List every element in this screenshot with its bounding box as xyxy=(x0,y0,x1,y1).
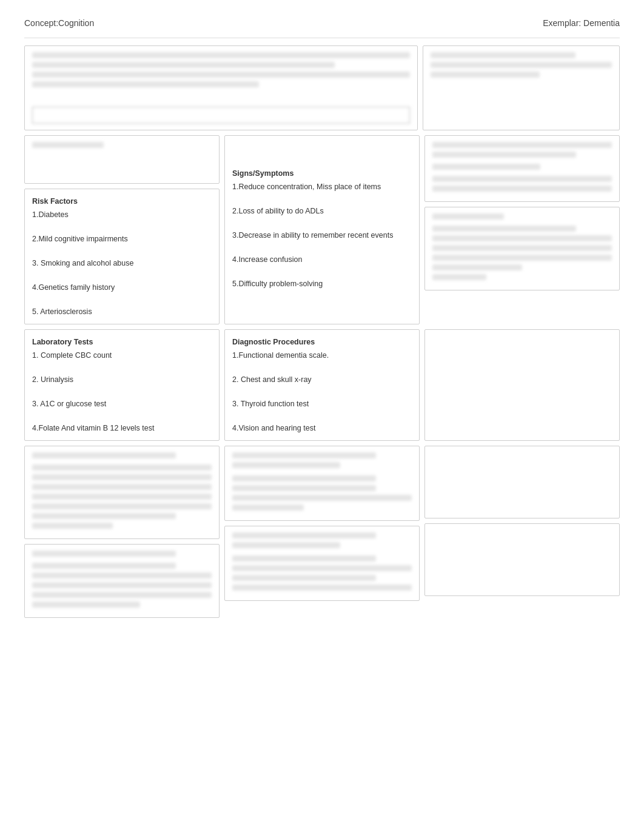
right-lower-blurred xyxy=(424,207,620,290)
blurred-line xyxy=(32,494,212,500)
blurred-line xyxy=(32,582,212,588)
signs-symptoms-cell: Signs/Symptoms 1.Reduce concentration, M… xyxy=(224,135,420,324)
top-right-cell xyxy=(423,45,620,130)
risk-factor-item-5: 5. Arteriosclerosis xyxy=(32,306,212,318)
lab-tests-title: Laboratory Tests xyxy=(32,336,212,348)
blurred-line xyxy=(32,572,212,578)
blurred-line xyxy=(32,523,113,529)
signs-item-2: 2.Loss of ability to do ADLs xyxy=(232,205,412,217)
blurred-line xyxy=(432,226,576,232)
bottom-col1-upper xyxy=(24,446,220,539)
blurred-line xyxy=(431,72,539,78)
blurred-line xyxy=(432,176,612,182)
blurred-line xyxy=(432,152,576,158)
blurred-line xyxy=(432,235,612,241)
lab-item-1: 1. Complete CBC count xyxy=(32,349,212,361)
blurred-line xyxy=(32,513,176,519)
right-empty-cell-1 xyxy=(424,329,620,441)
top-row xyxy=(24,45,620,130)
blurred-line xyxy=(431,62,612,68)
blurred-line xyxy=(432,164,540,170)
bottom-col3-upper xyxy=(424,446,620,518)
signs-item-1: 1.Reduce concentration, Miss place of it… xyxy=(232,181,412,193)
bottom-col1-lower xyxy=(24,544,220,618)
diagnostic-procedures-cell: Diagnostic Procedures 1.Functional demen… xyxy=(224,329,420,441)
lab-item-3: 3. A1C or glucose test xyxy=(32,398,212,410)
blurred-line xyxy=(232,575,376,581)
blurred-line xyxy=(32,62,335,68)
blurred-line xyxy=(32,484,212,490)
blurred-line xyxy=(432,274,486,280)
blurred-line xyxy=(232,542,340,548)
signs-item-4: 4.Increase confusion xyxy=(232,253,412,266)
blurred-line xyxy=(32,142,104,148)
lab-item-4: 4.Folate And vitamin B 12 levels test xyxy=(32,422,212,434)
blurred-line xyxy=(32,474,212,480)
blurred-line xyxy=(232,495,412,501)
section-label-cell-1 xyxy=(24,135,220,184)
blurred-line xyxy=(232,532,376,538)
diag-item-2: 2. Chest and skull x-ray xyxy=(232,374,412,386)
signs-item-3: 3.Decrease in ability to remember recent… xyxy=(232,229,412,241)
lab-item-2: 2. Urinalysis xyxy=(32,374,212,386)
blurred-line xyxy=(232,462,340,468)
risk-factors-cell: Risk Factors 1.Diabetes 2.Mild cognitive… xyxy=(24,189,220,324)
right-upper-blurred xyxy=(424,135,620,202)
blurred-line xyxy=(432,142,612,148)
blurred-line xyxy=(232,505,304,511)
blurred-line xyxy=(32,592,212,598)
blurred-line xyxy=(32,602,140,608)
blurred-line xyxy=(32,551,176,557)
blurred-line xyxy=(232,485,376,491)
blurred-line xyxy=(32,452,176,458)
blurred-line xyxy=(432,213,504,220)
blurred-line xyxy=(32,52,410,58)
page-header: Concept:Cognition Exemplar: Dementia xyxy=(24,12,620,38)
risk-factors-title: Risk Factors xyxy=(32,195,212,207)
bottom-col3-lower xyxy=(424,523,620,596)
risk-factor-item-2: 2.Mild cognitive impairments xyxy=(32,233,212,245)
diag-item-1: 1.Functional dementia scale. xyxy=(232,349,412,361)
concept-label: Concept:Cognition xyxy=(24,18,94,28)
blurred-line xyxy=(432,264,522,270)
risk-factor-item-4: 4.Genetics family history xyxy=(32,281,212,293)
blurred-line xyxy=(431,52,575,58)
blurred-line xyxy=(432,245,612,251)
blurred-line xyxy=(32,563,176,569)
risk-factor-item-1: 1.Diabetes xyxy=(32,209,212,221)
diag-title: Diagnostic Procedures xyxy=(232,336,412,348)
risk-factor-item-3: 3. Smoking and alcohol abuse xyxy=(32,257,212,269)
blurred-line xyxy=(232,475,376,481)
top-left-cell xyxy=(24,45,418,130)
blurred-line xyxy=(232,555,376,562)
blurred-line xyxy=(32,464,212,471)
lab-tests-cell: Laboratory Tests 1. Complete CBC count 2… xyxy=(24,329,220,441)
exemplar-label: Exemplar: Dementia xyxy=(543,18,620,28)
blurred-line xyxy=(232,565,412,571)
signs-item-5: 5.Difficulty problem-solving xyxy=(232,278,412,290)
blurred-line xyxy=(432,186,612,192)
blurred-line xyxy=(432,255,612,261)
blurred-line xyxy=(32,72,410,78)
blurred-line xyxy=(232,452,376,458)
bottom-col2-lower xyxy=(224,526,420,601)
diag-item-3: 3. Thyroid function test xyxy=(232,398,412,410)
diag-item-4: 4.Vision and hearing test xyxy=(232,422,412,434)
blurred-line xyxy=(32,81,259,87)
signs-symptoms-title: Signs/Symptoms xyxy=(232,167,412,179)
bottom-col2-upper xyxy=(224,446,420,521)
blurred-line xyxy=(232,585,412,591)
blurred-line xyxy=(32,503,212,509)
